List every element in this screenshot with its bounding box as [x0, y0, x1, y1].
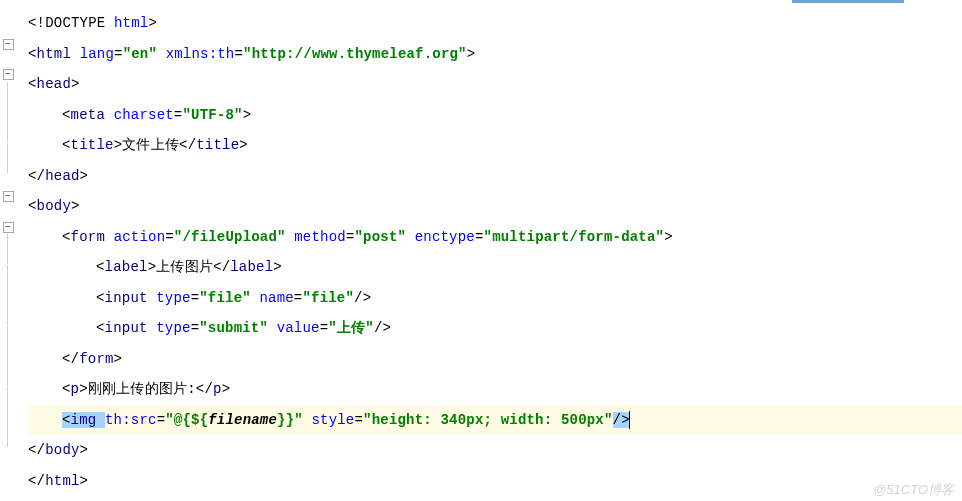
- code-line[interactable]: <input type="submit" value="上传"/>: [28, 313, 962, 344]
- code-line[interactable]: <p>刚刚上传的图片:</p>: [28, 374, 962, 405]
- code-editor[interactable]: <!DOCTYPE html> <html lang="en" xmlns:th…: [0, 0, 962, 501]
- fold-collapse-icon[interactable]: [3, 222, 15, 234]
- fold-line: [3, 130, 15, 142]
- code-line[interactable]: <!DOCTYPE html>: [28, 8, 962, 39]
- code-line[interactable]: </head>: [28, 161, 962, 192]
- fold-collapse-icon[interactable]: [3, 39, 15, 51]
- fold-line: [3, 283, 15, 295]
- code-line[interactable]: <title>文件上传</title>: [28, 130, 962, 161]
- code-text-area[interactable]: <!DOCTYPE html> <html lang="en" xmlns:th…: [20, 0, 962, 501]
- text-cursor: [629, 411, 630, 429]
- code-line[interactable]: <input type="file" name="file"/>: [28, 283, 962, 314]
- fold-line: [3, 435, 15, 447]
- fold-line: [3, 252, 15, 264]
- code-line[interactable]: </form>: [28, 344, 962, 375]
- code-line[interactable]: <head>: [28, 69, 962, 100]
- code-line[interactable]: </html>: [28, 466, 962, 497]
- code-line-current[interactable]: <img th:src="@{${filename}}" style="heig…: [28, 405, 962, 436]
- fold-line: [3, 405, 15, 417]
- fold-collapse-icon[interactable]: [3, 69, 15, 81]
- code-line[interactable]: <form action="/fileUpload" method="post"…: [28, 222, 962, 253]
- fold-marker: [3, 8, 15, 20]
- fold-collapse-icon[interactable]: [3, 191, 15, 203]
- code-line[interactable]: </body>: [28, 435, 962, 466]
- fold-line: [3, 313, 15, 325]
- code-line[interactable]: <html lang="en" xmlns:th="http://www.thy…: [28, 39, 962, 70]
- fold-gutter[interactable]: [0, 0, 20, 501]
- fold-line: [3, 344, 15, 356]
- code-line[interactable]: <label>上传图片</label>: [28, 252, 962, 283]
- code-line[interactable]: <meta charset="UTF-8">: [28, 100, 962, 131]
- fold-line: [3, 100, 15, 112]
- code-line[interactable]: <body>: [28, 191, 962, 222]
- fold-line: [3, 374, 15, 386]
- fold-line: [3, 161, 15, 173]
